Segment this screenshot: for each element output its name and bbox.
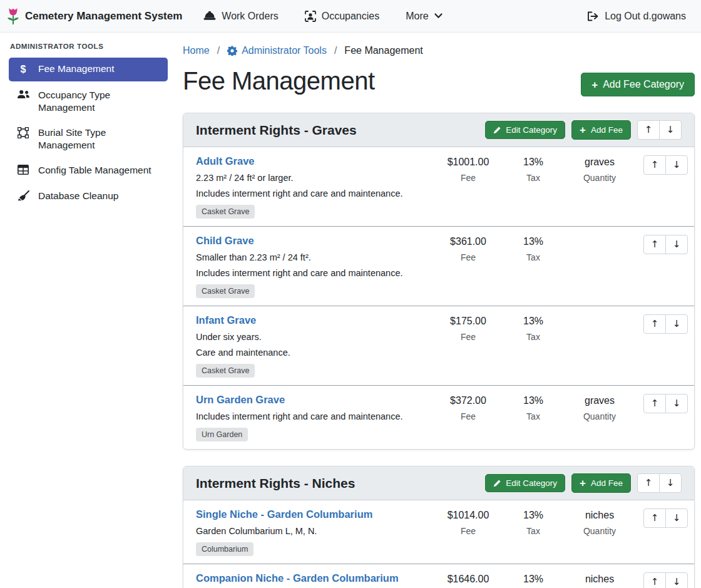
plus-icon: + (580, 125, 586, 135)
move-fee-up-button[interactable]: ↑ (643, 572, 666, 588)
category-reorder-group: ↑ ↓ (637, 120, 682, 140)
sidebar-item-burial-site-type-management[interactable]: Burial Site Type Management (9, 121, 168, 157)
fee-label: Fee (433, 411, 503, 421)
move-fee-up-button[interactable]: ↑ (643, 155, 666, 175)
move-fee-up-button[interactable]: ↑ (643, 508, 666, 528)
fee-name-link[interactable]: Single Niche - Garden Columbarium (196, 508, 372, 520)
sidebar: Administrator Tools $ Fee Management Occ… (0, 33, 175, 588)
nav-more[interactable]: More (406, 11, 442, 22)
sidebar-item-fee-management[interactable]: $ Fee Management (9, 58, 168, 81)
move-fee-up-button[interactable]: ↑ (643, 394, 666, 413)
sidebar-item-config-table-management[interactable]: Config Table Management (9, 159, 168, 182)
pencil-icon (493, 480, 501, 487)
tax-amount: 13% (503, 574, 563, 585)
fee-amount: $1001.00 (433, 157, 503, 168)
add-fee-category-button[interactable]: + Add Fee Category (581, 73, 695, 96)
fee-description: Includes interment right and care and ma… (196, 268, 427, 278)
sidebar-item-label: Occupancy Type Management (38, 89, 161, 114)
sidebar-item-database-cleanup[interactable]: Database Cleanup (9, 185, 168, 207)
sidebar-item-label: Config Table Management (38, 164, 151, 177)
move-category-down-button[interactable]: ↓ (659, 120, 682, 140)
move-fee-up-button[interactable]: ↑ (643, 314, 666, 334)
fee-description: Smaller than 2.23 m² / 24 ft². (196, 252, 427, 262)
gear-icon (227, 46, 237, 56)
sidebar-item-label: Database Cleanup (38, 190, 118, 202)
logout-icon (587, 11, 599, 21)
nav-more-label: More (406, 11, 428, 22)
fee-reorder-group: ↑ ↓ (643, 572, 688, 588)
person-bounding-box-icon (305, 11, 316, 22)
move-fee-down-button[interactable]: ↓ (665, 235, 688, 254)
move-fee-down-button[interactable]: ↓ (665, 394, 688, 413)
fee-name-link[interactable]: Child Grave (196, 235, 254, 247)
fee-reorder-group: ↑ ↓ (643, 155, 688, 175)
fee-row: Adult Grave 2.23 m² / 24 ft² or larger. … (183, 147, 694, 226)
fee-category-card-niches: Interment Rights - Niches Edit Category … (183, 466, 695, 588)
fee-name-link[interactable]: Urn Garden Grave (196, 394, 285, 406)
fee-amount: $1014.00 (433, 510, 503, 521)
pencil-icon (493, 126, 501, 134)
brand-title: Cemetery Management System (25, 10, 182, 23)
quantity-label: Quantity (563, 411, 636, 421)
vector-square-icon (16, 127, 30, 138)
sidebar-heading: Administrator Tools (10, 43, 168, 50)
add-fee-button[interactable]: + Add Fee (571, 120, 631, 140)
fee-description: Under six years. (196, 332, 427, 342)
quantity-label: Quantity (563, 526, 636, 536)
sidebar-item-occupancy-type-management[interactable]: Occupancy Type Management (9, 84, 168, 119)
fee-amount: $175.00 (433, 316, 503, 327)
logout-button[interactable]: Log Out d.gowans (587, 11, 686, 22)
breadcrumb-separator: / (334, 45, 337, 56)
tax-amount: 13% (503, 236, 563, 247)
edit-category-button[interactable]: Edit Category (485, 474, 565, 492)
fee-label: Fee (433, 332, 503, 342)
tax-amount: 13% (503, 316, 563, 327)
nav-work-orders[interactable]: Work Orders (203, 11, 278, 22)
fee-reorder-group: ↑ ↓ (643, 394, 688, 413)
logout-label: Log Out d.gowans (605, 11, 686, 22)
category-reorder-group: ↑ ↓ (637, 473, 682, 493)
fee-name-link[interactable]: Adult Grave (196, 155, 255, 167)
breadcrumb: Home / Administrator Tools / Fee Managem… (183, 45, 695, 56)
move-category-up-button[interactable]: ↑ (637, 473, 660, 493)
move-category-down-button[interactable]: ↓ (659, 473, 682, 493)
fee-description: Includes interment right and care and ma… (196, 411, 427, 421)
people-icon (16, 90, 30, 99)
move-fee-down-button[interactable]: ↓ (665, 508, 688, 528)
move-fee-down-button[interactable]: ↓ (665, 155, 688, 175)
fee-name-link[interactable]: Companion Niche - Garden Columbarium (196, 572, 399, 584)
move-fee-up-button[interactable]: ↑ (643, 235, 666, 254)
fee-reorder-group: ↑ ↓ (643, 235, 688, 254)
fee-type-badge: Urn Garden (196, 428, 248, 441)
breadcrumb-admin-tools-link[interactable]: Administrator Tools (227, 45, 327, 56)
brand[interactable]: Cemetery Management System (6, 7, 182, 26)
broom-icon (16, 190, 30, 201)
fee-reorder-group: ↑ ↓ (643, 314, 688, 334)
fee-row: Child Grave Smaller than 2.23 m² / 24 ft… (183, 226, 694, 306)
tulip-logo-icon (6, 7, 20, 26)
tax-label: Tax (503, 252, 563, 262)
breadcrumb-current: Fee Management (344, 45, 422, 56)
move-fee-down-button[interactable]: ↓ (665, 572, 688, 588)
nav-occupancies-label: Occupancies (322, 11, 380, 22)
hard-hat-icon (203, 11, 216, 21)
fee-description: Care and maintenance. (196, 348, 427, 358)
fee-type-badge: Casket Grave (196, 284, 255, 298)
fee-description: Includes interment right and care and ma… (196, 188, 427, 199)
fee-reorder-group: ↑ ↓ (643, 508, 688, 528)
top-navbar: Cemetery Management System Work Orders (0, 0, 701, 33)
breadcrumb-home-link[interactable]: Home (183, 45, 210, 56)
edit-category-button[interactable]: Edit Category (485, 121, 565, 139)
fee-row: Companion Niche - Garden Columbarium Gar… (183, 564, 694, 588)
fee-label: Fee (433, 252, 503, 262)
fee-row: Single Niche - Garden Columbarium Garden… (183, 500, 694, 564)
quantity-label: Quantity (563, 173, 636, 183)
move-category-up-button[interactable]: ↑ (637, 120, 660, 140)
fee-name-link[interactable]: Infant Grave (196, 314, 256, 326)
tax-label: Tax (503, 526, 563, 536)
nav-occupancies[interactable]: Occupancies (305, 11, 380, 22)
move-fee-down-button[interactable]: ↓ (665, 314, 688, 334)
fee-label: Fee (433, 526, 503, 536)
fee-amount: $1646.00 (433, 574, 503, 585)
add-fee-button[interactable]: + Add Fee (571, 473, 631, 493)
